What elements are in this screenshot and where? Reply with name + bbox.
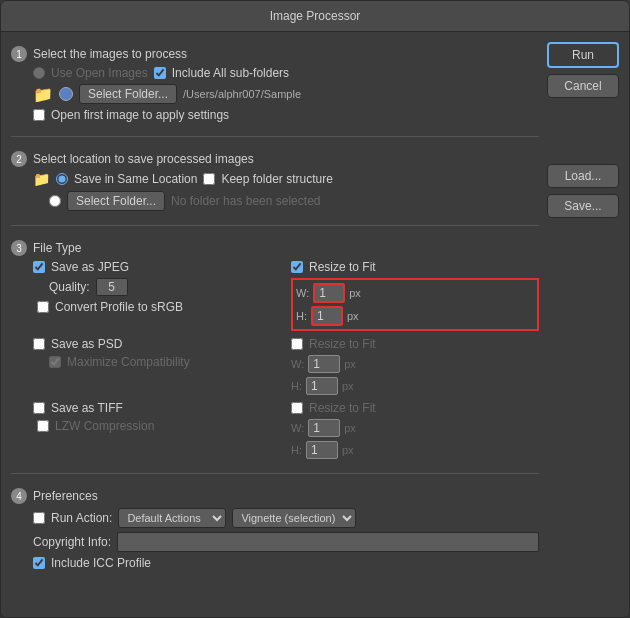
section-3: 3 File Type Save as JPEG Quality:	[11, 236, 539, 463]
jpeg-h-label: H:	[296, 310, 307, 322]
run-action-checkbox[interactable]	[33, 512, 45, 524]
save-as-jpeg-label: Save as JPEG	[51, 260, 129, 274]
include-icc-label: Include ICC Profile	[51, 556, 151, 570]
include-subfolders-checkbox[interactable]	[154, 67, 166, 79]
copyright-input[interactable]	[117, 532, 539, 552]
tiff-h-label: H:	[291, 444, 302, 456]
jpeg-w-px: px	[349, 287, 361, 299]
save-as-psd-checkbox[interactable]	[33, 338, 45, 350]
psd-w-input[interactable]	[308, 355, 340, 373]
jpeg-w-label: W:	[296, 287, 309, 299]
action-select[interactable]: Default Actions Custom Actions	[118, 508, 226, 528]
save-as-tiff-label: Save as TIFF	[51, 401, 123, 415]
convert-profile-label: Convert Profile to sRGB	[55, 300, 183, 314]
quality-label: Quality:	[49, 280, 90, 294]
save-select-folder-button[interactable]: Select Folder...	[67, 191, 165, 211]
include-icc-checkbox[interactable]	[33, 557, 45, 569]
resize-highlight-box: W: px H: px	[291, 278, 539, 331]
quality-input[interactable]	[96, 278, 128, 296]
jpeg-resize-to-fit-label: Resize to Fit	[309, 260, 376, 274]
use-open-images-label: Use Open Images	[51, 66, 148, 80]
save-same-location-radio[interactable]	[56, 173, 68, 185]
maximize-compat-checkbox[interactable]	[49, 356, 61, 368]
psd-w-label: W:	[291, 358, 304, 370]
use-open-images-radio[interactable]	[33, 67, 45, 79]
run-button[interactable]: Run	[547, 42, 619, 68]
open-first-image-label: Open first image to apply settings	[51, 108, 229, 122]
side-panel: Run Cancel Load... Save...	[547, 42, 619, 607]
section-2-title: Select location to save processed images	[33, 152, 254, 166]
section-4: 4 Preferences Run Action: Default Action…	[11, 484, 539, 578]
save-same-location-label: Save in Same Location	[74, 172, 197, 186]
tiff-resize-to-fit-label: Resize to Fit	[309, 401, 376, 415]
select-folder-button[interactable]: Select Folder...	[79, 84, 177, 104]
section-3-title: File Type	[33, 241, 81, 255]
save-as-tiff-checkbox[interactable]	[33, 402, 45, 414]
circle-indicator	[59, 87, 73, 101]
tiff-w-input[interactable]	[308, 419, 340, 437]
run-action-label: Run Action:	[51, 511, 112, 525]
folder-icon-2: 📁	[33, 171, 50, 187]
psd-h-input[interactable]	[306, 377, 338, 395]
tiff-h-px: px	[342, 444, 354, 456]
tiff-h-input[interactable]	[306, 441, 338, 459]
convert-profile-checkbox[interactable]	[37, 301, 49, 313]
section-1-title: Select the images to process	[33, 47, 187, 61]
section-number-2: 2	[11, 151, 27, 167]
open-first-image-checkbox[interactable]	[33, 109, 45, 121]
copyright-label: Copyright Info:	[33, 535, 111, 549]
folder-path: /Users/alphr007/Sample	[183, 88, 301, 100]
jpeg-w-input[interactable]	[313, 283, 345, 303]
keep-folder-structure-label: Keep folder structure	[221, 172, 332, 186]
psd-h-px: px	[342, 380, 354, 392]
save-as-jpeg-checkbox[interactable]	[33, 261, 45, 273]
main-panel: 1 Select the images to process Use Open …	[11, 42, 539, 607]
section-number-3: 3	[11, 240, 27, 256]
select-folder-radio[interactable]	[49, 195, 61, 207]
vignette-select[interactable]: Vignette (selection) Vignette (layer) Vi…	[232, 508, 356, 528]
psd-resize-to-fit-checkbox[interactable]	[291, 338, 303, 350]
section-4-title: Preferences	[33, 489, 98, 503]
folder-icon: 📁	[33, 85, 53, 104]
include-subfolders-label: Include All sub-folders	[172, 66, 289, 80]
section-1: 1 Select the images to process Use Open …	[11, 42, 539, 126]
keep-folder-structure-checkbox[interactable]	[203, 173, 215, 185]
maximize-compat-label: Maximize Compatibility	[67, 355, 190, 369]
tiff-w-px: px	[344, 422, 356, 434]
image-processor-dialog: Image Processor 1 Select the images to p…	[0, 0, 630, 618]
title-bar: Image Processor	[1, 1, 629, 32]
jpeg-h-input[interactable]	[311, 306, 343, 326]
lzw-label: LZW Compression	[55, 419, 154, 433]
section-number-1: 1	[11, 46, 27, 62]
tiff-resize-to-fit-checkbox[interactable]	[291, 402, 303, 414]
tiff-w-label: W:	[291, 422, 304, 434]
lzw-checkbox[interactable]	[37, 420, 49, 432]
dialog-title: Image Processor	[270, 9, 361, 23]
section-2: 2 Select location to save processed imag…	[11, 147, 539, 215]
jpeg-resize-to-fit-checkbox[interactable]	[291, 261, 303, 273]
cancel-button[interactable]: Cancel	[547, 74, 619, 98]
save-button[interactable]: Save...	[547, 194, 619, 218]
no-folder-selected-label: No folder has been selected	[171, 194, 320, 208]
save-as-psd-label: Save as PSD	[51, 337, 122, 351]
section-number-4: 4	[11, 488, 27, 504]
psd-resize-to-fit-label: Resize to Fit	[309, 337, 376, 351]
psd-h-label: H:	[291, 380, 302, 392]
load-button[interactable]: Load...	[547, 164, 619, 188]
psd-w-px: px	[344, 358, 356, 370]
jpeg-h-px: px	[347, 310, 359, 322]
